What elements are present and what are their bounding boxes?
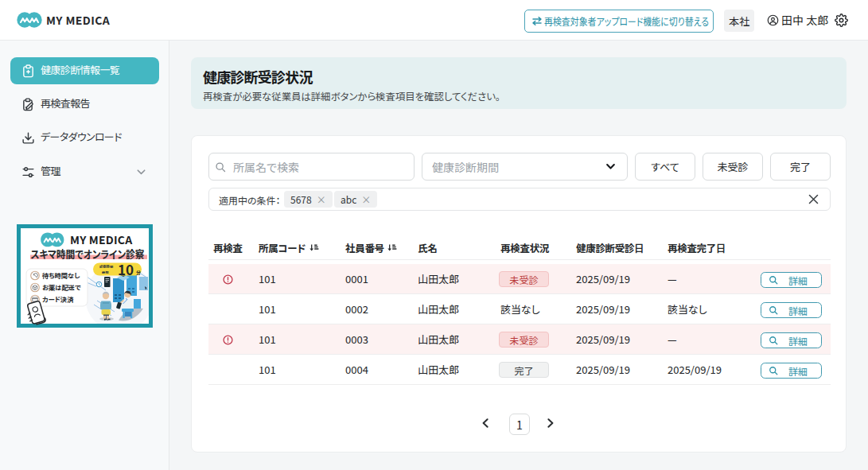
svg-text:MY MEDICA: MY MEDICA [70, 231, 133, 247]
svg-text:待ち時間なし: 待ち時間なし [41, 270, 80, 280]
svg-text:お薬は配送で: お薬は配送で [42, 282, 81, 292]
svg-text:カード決済: カード決済 [42, 294, 75, 304]
svg-text:診察時間: 診察時間 [99, 264, 113, 269]
svg-text:最短: 最短 [101, 270, 109, 274]
svg-text:分: 分 [136, 269, 141, 276]
svg-text:10: 10 [118, 259, 134, 279]
